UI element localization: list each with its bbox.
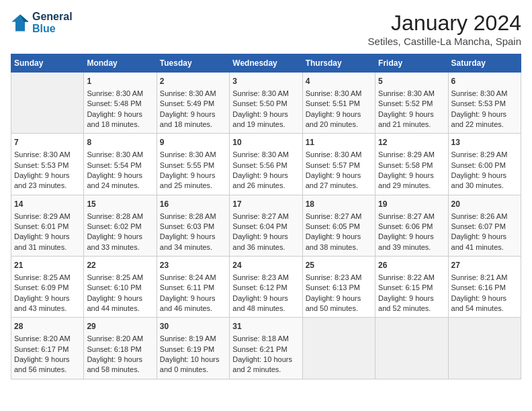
cell-info: and 23 minutes. [14, 181, 81, 191]
cell-info: Daylight: 10 hours [232, 355, 299, 365]
cell-info: Daylight: 9 hours [306, 171, 372, 181]
cell-info: and 44 minutes. [87, 304, 153, 314]
cell-info: Sunset: 6:18 PM [87, 345, 153, 355]
cell-info: and 58 minutes. [87, 365, 153, 375]
cell-info: Sunrise: 8:21 AM [451, 273, 518, 283]
cell-info: and 56 minutes. [14, 365, 81, 375]
cell-info: and 19 minutes. [232, 120, 299, 130]
logo-icon [11, 13, 30, 32]
cell-info: Sunset: 5:54 PM [87, 161, 153, 171]
cell-info: Sunset: 6:07 PM [451, 222, 518, 232]
calendar-title: January 2024 [368, 11, 521, 36]
cell-info: Daylight: 9 hours [232, 232, 299, 242]
cell-info: and 41 minutes. [451, 242, 518, 253]
cell-info: and 39 minutes. [378, 242, 445, 253]
day-number: 7 [14, 137, 81, 148]
day-number: 21 [14, 260, 81, 271]
logo: General Blue [11, 11, 73, 35]
page-header: General Blue January 2024 Setiles, Casti… [11, 11, 521, 47]
calendar-cell: 22Sunrise: 8:25 AMSunset: 6:10 PMDayligh… [84, 257, 157, 318]
cell-info: Daylight: 9 hours [451, 232, 518, 242]
cell-info: and 29 minutes. [378, 181, 445, 191]
calendar-cell: 17Sunrise: 8:27 AMSunset: 6:04 PMDayligh… [230, 195, 302, 256]
calendar-cell: 31Sunrise: 8:18 AMSunset: 6:21 PMDayligh… [230, 318, 302, 379]
col-header-wednesday: Wednesday [230, 54, 302, 73]
cell-info: Sunrise: 8:23 AM [232, 273, 299, 283]
calendar-cell: 5Sunrise: 8:30 AMSunset: 5:52 PMDaylight… [375, 73, 448, 134]
cell-info: and 38 minutes. [306, 242, 372, 253]
cell-info: Sunrise: 8:30 AM [306, 89, 372, 99]
day-number: 1 [87, 76, 153, 87]
week-row-2: 7Sunrise: 8:30 AMSunset: 5:53 PMDaylight… [11, 134, 521, 195]
cell-info: Sunset: 5:56 PM [232, 161, 299, 171]
cell-info: and 36 minutes. [232, 242, 299, 253]
calendar-cell: 13Sunrise: 8:29 AMSunset: 6:00 PMDayligh… [448, 134, 521, 195]
cell-info: Sunrise: 8:29 AM [451, 150, 518, 160]
cell-info: Daylight: 9 hours [378, 109, 445, 120]
calendar-cell: 19Sunrise: 8:27 AMSunset: 6:06 PMDayligh… [375, 195, 448, 256]
cell-info: Daylight: 9 hours [306, 293, 372, 304]
day-number: 14 [14, 199, 81, 210]
cell-info: Daylight: 9 hours [306, 232, 372, 242]
cell-info: Daylight: 9 hours [232, 293, 299, 304]
cell-info: and 52 minutes. [378, 304, 445, 314]
cell-info: and 43 minutes. [14, 304, 81, 314]
cell-info: and 26 minutes. [232, 181, 299, 191]
calendar-cell: 24Sunrise: 8:23 AMSunset: 6:12 PMDayligh… [230, 257, 302, 318]
logo-text: General Blue [32, 11, 73, 35]
svg-marker-0 [11, 14, 28, 31]
calendar-cell: 10Sunrise: 8:30 AMSunset: 5:56 PMDayligh… [230, 134, 302, 195]
cell-info: Daylight: 9 hours [87, 355, 153, 365]
cell-info: Sunset: 5:58 PM [378, 161, 445, 171]
calendar-cell: 27Sunrise: 8:21 AMSunset: 6:16 PMDayligh… [448, 257, 521, 318]
cell-info: and 31 minutes. [14, 242, 81, 253]
cell-info: Sunset: 6:06 PM [378, 222, 445, 232]
cell-info: and 24 minutes. [87, 181, 153, 191]
cell-info: Sunset: 5:50 PM [232, 99, 299, 109]
cell-info: Daylight: 9 hours [232, 171, 299, 181]
col-header-saturday: Saturday [448, 54, 521, 73]
cell-info: Sunrise: 8:30 AM [378, 89, 445, 99]
calendar-cell: 16Sunrise: 8:28 AMSunset: 6:03 PMDayligh… [157, 195, 229, 256]
cell-info: and 18 minutes. [87, 120, 153, 130]
cell-info: Sunrise: 8:30 AM [232, 150, 299, 160]
cell-info: Sunrise: 8:29 AM [14, 212, 81, 222]
cell-info: Daylight: 9 hours [378, 293, 445, 304]
calendar-header-row: SundayMondayTuesdayWednesdayThursdayFrid… [11, 54, 521, 73]
col-header-friday: Friday [375, 54, 448, 73]
cell-info: Daylight: 9 hours [306, 109, 372, 120]
week-row-4: 21Sunrise: 8:25 AMSunset: 6:09 PMDayligh… [11, 257, 521, 318]
cell-info: Sunrise: 8:30 AM [14, 150, 81, 160]
cell-info: Sunset: 6:10 PM [87, 283, 153, 293]
day-number: 25 [306, 260, 372, 271]
week-row-3: 14Sunrise: 8:29 AMSunset: 6:01 PMDayligh… [11, 195, 521, 256]
cell-info: Sunset: 6:19 PM [160, 345, 226, 355]
cell-info: Sunrise: 8:27 AM [306, 212, 372, 222]
day-number: 17 [232, 199, 299, 210]
cell-info: Sunrise: 8:22 AM [378, 273, 445, 283]
cell-info: Daylight: 9 hours [232, 109, 299, 120]
cell-info: Daylight: 9 hours [87, 171, 153, 181]
cell-info: Sunset: 6:03 PM [160, 222, 226, 232]
col-header-monday: Monday [84, 54, 157, 73]
cell-info: Daylight: 9 hours [14, 232, 81, 242]
cell-info: Sunrise: 8:30 AM [451, 89, 518, 99]
cell-info: Daylight: 9 hours [160, 171, 226, 181]
calendar-cell [11, 73, 84, 134]
calendar-cell: 30Sunrise: 8:19 AMSunset: 6:19 PMDayligh… [157, 318, 229, 379]
day-number: 5 [378, 76, 445, 87]
cell-info: Daylight: 9 hours [14, 171, 81, 181]
cell-info: Sunset: 6:00 PM [451, 161, 518, 171]
calendar-cell: 1Sunrise: 8:30 AMSunset: 5:48 PMDaylight… [84, 73, 157, 134]
calendar-table: SundayMondayTuesdayWednesdayThursdayFrid… [11, 54, 521, 379]
cell-info: Daylight: 9 hours [451, 171, 518, 181]
cell-info: and 0 minutes. [160, 365, 226, 375]
cell-info: Sunset: 5:57 PM [306, 161, 372, 171]
cell-info: Sunset: 6:02 PM [87, 222, 153, 232]
day-number: 10 [232, 137, 299, 148]
cell-info: Sunrise: 8:18 AM [232, 334, 299, 344]
cell-info: Sunset: 5:48 PM [87, 99, 153, 109]
day-number: 31 [232, 321, 299, 332]
col-header-sunday: Sunday [11, 54, 84, 73]
calendar-subtitle: Setiles, Castille-La Mancha, Spain [368, 36, 521, 47]
